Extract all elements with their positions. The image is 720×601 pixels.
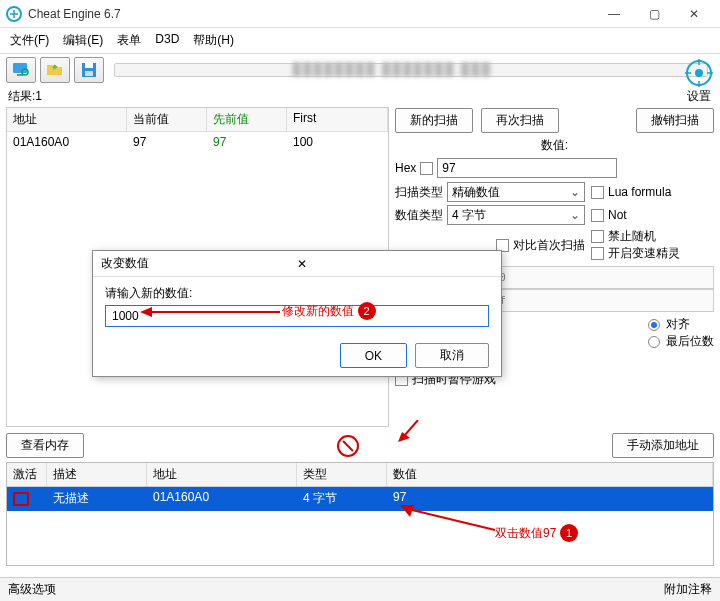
value-type-label: 数值类型: [395, 207, 443, 224]
folder-open-icon: [46, 62, 64, 78]
dialog-close-button[interactable]: ✕: [297, 257, 493, 271]
dialog-cancel-button[interactable]: 取消: [415, 343, 489, 368]
last-digits-label: 最后位数: [666, 333, 714, 350]
last-digits-radio[interactable]: [648, 336, 660, 348]
open-button[interactable]: [40, 57, 70, 83]
row-type[interactable]: 4 字节: [297, 487, 387, 511]
dialog-value-input[interactable]: [105, 305, 489, 327]
menu-edit[interactable]: 编辑(E): [63, 32, 103, 49]
new-scan-button[interactable]: 新的扫描: [395, 108, 473, 133]
col-previous[interactable]: 先前值: [207, 108, 287, 131]
col-current[interactable]: 当前值: [127, 108, 207, 131]
undo-scan-button[interactable]: 撤销扫描: [636, 108, 714, 133]
col-first[interactable]: First: [287, 108, 388, 131]
dialog-title: 改变数值: [101, 255, 297, 272]
cell-current: 97: [127, 132, 207, 152]
forbid-random-label: 禁止随机: [608, 228, 656, 245]
menu-d3d[interactable]: D3D: [155, 32, 179, 49]
results-header: 地址 当前值 先前值 First: [7, 108, 388, 132]
menu-table[interactable]: 表单: [117, 32, 141, 49]
svg-point-8: [695, 69, 703, 77]
address-table: 激活 描述 地址 类型 数值 无描述 01A160A0 4 字节 97: [6, 462, 714, 566]
statusbar: 高级选项 附加注释: [0, 577, 720, 601]
floppy-icon: [81, 62, 97, 78]
app-icon: [6, 6, 22, 22]
menubar: 文件(F) 编辑(E) 表单 D3D 帮助(H): [0, 28, 720, 54]
settings-icon: [684, 58, 714, 88]
value-label: 数值:: [541, 137, 568, 154]
svg-rect-1: [13, 63, 27, 73]
status-right[interactable]: 附加注释: [664, 581, 712, 598]
value-input[interactable]: [437, 158, 617, 178]
compare-first-label: 对比首次扫描: [513, 237, 585, 254]
cell-address: 01A160A0: [7, 132, 127, 152]
col-value[interactable]: 数值: [387, 463, 713, 486]
results-row[interactable]: 01A160A0 97 97 100: [7, 132, 388, 152]
svg-rect-5: [85, 63, 93, 68]
settings-label: 设置: [684, 88, 714, 105]
titlebar: Cheat Engine 6.7 — ▢ ✕: [0, 0, 720, 28]
col-type[interactable]: 类型: [297, 463, 387, 486]
row-desc[interactable]: 无描述: [47, 487, 147, 511]
lua-formula-checkbox[interactable]: [591, 186, 604, 199]
settings-button[interactable]: 设置: [684, 58, 714, 105]
midbar: 查看内存 手动添加地址: [0, 429, 720, 462]
change-value-dialog: 改变数值 ✕ 请输入新的数值: OK 取消: [92, 250, 502, 377]
maximize-button[interactable]: ▢: [634, 2, 674, 26]
view-memory-button[interactable]: 查看内存: [6, 433, 84, 458]
value-type-dropdown[interactable]: 4 字节⌄: [447, 205, 585, 225]
col-desc[interactable]: 描述: [47, 463, 147, 486]
toolbar: ████████ ███████ ███: [0, 54, 720, 86]
dialog-prompt: 请输入新的数值:: [105, 285, 489, 302]
menu-file[interactable]: 文件(F): [10, 32, 49, 49]
lua-formula-label: Lua formula: [608, 185, 671, 199]
save-button[interactable]: [74, 57, 104, 83]
next-scan-button[interactable]: 再次扫描: [481, 108, 559, 133]
row-value[interactable]: 97: [387, 487, 713, 511]
menu-help[interactable]: 帮助(H): [193, 32, 234, 49]
dialog-ok-button[interactable]: OK: [340, 343, 407, 368]
status-left[interactable]: 高级选项: [8, 581, 56, 598]
window-title: Cheat Engine 6.7: [28, 7, 594, 21]
unrandomizer-label: 开启变速精灵: [608, 245, 680, 262]
add-address-button[interactable]: 手动添加地址: [612, 433, 714, 458]
align-label: 对齐: [666, 316, 690, 333]
close-button[interactable]: ✕: [674, 2, 714, 26]
align-radio[interactable]: [648, 319, 660, 331]
progress-bar: ████████ ███████ ███: [114, 63, 708, 77]
unrandomizer-checkbox[interactable]: [591, 247, 604, 260]
address-table-header: 激活 描述 地址 类型 数值: [7, 463, 713, 487]
minimize-button[interactable]: —: [594, 2, 634, 26]
scan-type-dropdown[interactable]: 精确数值⌄: [447, 182, 585, 202]
col-active[interactable]: 激活: [7, 463, 47, 486]
col-addr[interactable]: 地址: [147, 463, 297, 486]
hex-checkbox[interactable]: [420, 162, 433, 175]
svg-rect-6: [85, 71, 93, 76]
cell-previous: 97: [207, 132, 287, 152]
address-table-body[interactable]: [7, 511, 713, 565]
address-row-selected[interactable]: 无描述 01A160A0 4 字节 97: [7, 487, 713, 511]
not-checkbox[interactable]: [591, 209, 604, 222]
no-entry-icon[interactable]: [337, 435, 359, 457]
row-addr[interactable]: 01A160A0: [147, 487, 297, 511]
forbid-random-checkbox[interactable]: [591, 230, 604, 243]
process-list-button[interactable]: [6, 57, 36, 83]
monitor-search-icon: [12, 62, 30, 78]
chevron-down-icon: ⌄: [570, 208, 580, 222]
not-label: Not: [608, 208, 627, 222]
scan-type-label: 扫描类型: [395, 184, 443, 201]
results-count: 结果:1: [0, 86, 720, 107]
cell-first: 100: [287, 132, 388, 152]
active-checkbox[interactable]: [13, 492, 29, 506]
chevron-down-icon: ⌄: [570, 185, 580, 199]
hex-label: Hex: [395, 161, 416, 175]
col-address[interactable]: 地址: [7, 108, 127, 131]
